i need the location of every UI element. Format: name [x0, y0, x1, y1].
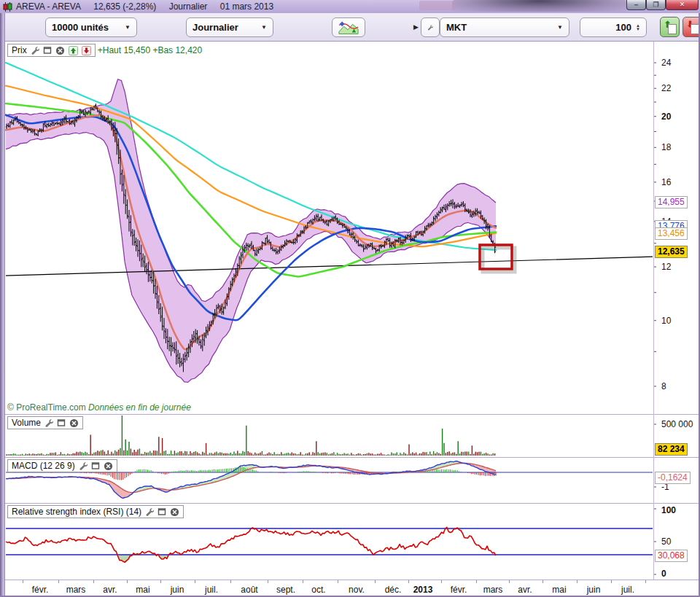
minimize-button[interactable]: –	[626, 0, 646, 10]
month-tick	[303, 580, 303, 583]
units-dropdown-value: 10000 unités	[52, 22, 109, 33]
month-label-2013: 2013	[413, 585, 433, 595]
month-label-mai: mai	[136, 585, 149, 595]
month-tick	[230, 580, 231, 583]
volume-plot[interactable]	[5, 415, 699, 457]
period-dropdown[interactable]: Journalier ▼	[186, 17, 273, 37]
price-axis-label-10: 10	[661, 316, 671, 326]
price-axis-label-18: 18	[661, 142, 671, 152]
rsi-last-tag: 30,068	[655, 550, 688, 562]
window-icon[interactable]	[158, 507, 166, 516]
month-label-avr: avr.	[103, 585, 117, 595]
price-axis-label-12: 12	[661, 262, 671, 272]
window-icon[interactable]	[57, 418, 66, 427]
price-axis-label-24: 24	[661, 58, 671, 68]
month-label-oct: oct.	[311, 585, 325, 595]
rsi-axis-100-label: 100	[661, 505, 676, 515]
month-label-avr: avr.	[518, 585, 532, 595]
volume-panel-header: Volume	[7, 416, 83, 429]
month-label-juil: juil.	[205, 585, 218, 595]
quantity-value: 100	[615, 22, 631, 33]
month-label-févr: févr.	[451, 585, 467, 595]
order-settings-button[interactable]	[421, 17, 440, 37]
month-tick	[58, 580, 59, 583]
chevron-down-icon: ▼	[557, 24, 563, 31]
arrow-down-icon[interactable]	[82, 46, 91, 55]
wrench-icon	[427, 23, 433, 32]
price-axis-label-20: 20	[661, 112, 671, 122]
macd-panel-header-label: MACD (12 26 9)	[12, 461, 75, 471]
title-period: Journalier	[169, 1, 208, 12]
arrow-up-icon[interactable]	[69, 46, 78, 55]
close-icon[interactable]	[170, 507, 179, 517]
price-axis-label-16: 16	[661, 177, 671, 187]
price-axis-label-22: 22	[661, 83, 671, 93]
wrench-icon[interactable]	[31, 46, 39, 55]
order-type-value: MKT	[446, 22, 467, 33]
price-panel-header: Prix	[7, 44, 96, 57]
wrench-icon[interactable]	[44, 418, 53, 427]
month-tick	[160, 580, 161, 583]
month-tick	[645, 580, 646, 583]
rsi-panel-header-label: Relative strength index (RSI) (14)	[12, 507, 141, 517]
chevron-down-icon: ▼	[125, 24, 131, 31]
wrench-icon[interactable]	[145, 507, 154, 516]
title-symbol: AREVA - AREVA	[16, 1, 81, 12]
month-tick	[93, 580, 94, 583]
ma-orange-value-tag: 13,456	[655, 227, 688, 240]
background-window-blob	[452, 0, 627, 12]
candlestick-app-icon	[3, 2, 12, 12]
month-tick	[611, 580, 612, 583]
close-icon[interactable]	[69, 418, 79, 428]
volume-axis-max-label: 500 000	[661, 419, 693, 429]
month-label-mars: mars	[66, 585, 86, 595]
month-tick	[127, 580, 128, 583]
rsi-panel-header: Relative strength index (RSI) (14)	[7, 505, 184, 518]
rsi-axis-50-label: 50	[661, 536, 671, 547]
stepper-arrows-icon[interactable]: ▲▼	[636, 24, 640, 31]
close-icon[interactable]	[104, 461, 113, 471]
background-window-blob2	[419, 1, 456, 10]
close-icon[interactable]	[55, 46, 65, 55]
month-tick	[268, 580, 268, 583]
quantity-stepper[interactable]: 100 ▲▼	[580, 17, 647, 37]
month-label-août: août	[241, 585, 257, 595]
chevron-down-icon: ▼	[261, 24, 267, 31]
window-left-border	[0, 13, 5, 597]
copyright-note: © ProRealTime.com Données en fin de jour…	[7, 402, 191, 413]
buy-order-button[interactable]: ⬆	[660, 17, 680, 37]
close-window-button[interactable]: ✕	[666, 0, 699, 10]
band-upper-value-tag: 14,955	[655, 196, 688, 208]
window-icon[interactable]	[43, 46, 52, 55]
panel-separator	[5, 457, 699, 458]
month-label-févr: févr.	[32, 585, 49, 595]
month-label-mai: mai	[552, 585, 566, 595]
panel-expander-arrow[interactable]: ▶	[413, 23, 419, 31]
price-panel-header-label: Prix	[12, 45, 27, 55]
window-icon[interactable]	[91, 461, 100, 470]
month-tick	[476, 580, 477, 583]
sell-order-button[interactable]: ⬇	[682, 17, 700, 37]
month-label-juin: juin	[171, 585, 184, 595]
last-price-tag: 12,635	[655, 246, 688, 258]
month-tick	[375, 580, 376, 583]
price-plot[interactable]	[5, 42, 699, 414]
units-dropdown[interactable]: 10000 unités ▼	[45, 17, 137, 37]
title-bar[interactable]: AREVA - AREVA 12,635 (-2,28%) Journalier…	[0, 0, 700, 13]
maximize-button[interactable]: ❐	[646, 0, 666, 10]
application-window: AREVA - AREVA 12,635 (-2,28%) Journalier…	[0, 0, 700, 597]
order-type-dropdown[interactable]: MKT ▼	[440, 17, 569, 37]
rsi-axis-0-label: 0	[661, 569, 666, 579]
chart-type-icon	[338, 20, 359, 35]
volume-last-tag: 82 234	[655, 443, 688, 456]
time-axis: févr.marsavr.maijuinjuil.aoûtsept.oct.no…	[5, 580, 699, 596]
macd-last-tag: -0,1624	[655, 472, 691, 484]
month-tick	[408, 580, 409, 583]
chart-type-button[interactable]	[332, 17, 365, 37]
month-tick	[509, 580, 510, 583]
toolbar: 10000 unités ▼ Journalier ▼ ▶ MKT ▼ 1	[5, 13, 699, 42]
wrench-icon[interactable]	[79, 461, 88, 470]
chart-area[interactable]: PrixVolumeMACD (12 26 9)Relative strengt…	[5, 42, 699, 596]
month-label-juil: juil.	[621, 585, 634, 595]
month-label-nov: nov.	[349, 585, 365, 595]
